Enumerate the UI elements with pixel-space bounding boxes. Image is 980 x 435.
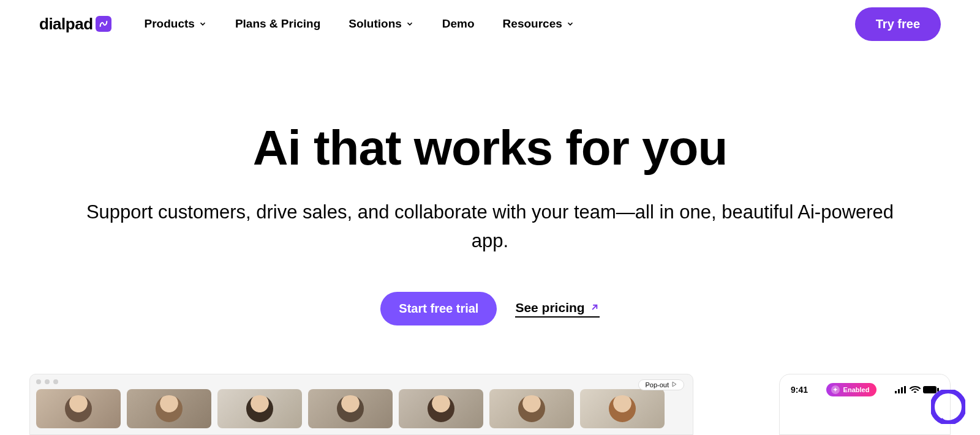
nav-item-resources[interactable]: Resources bbox=[503, 17, 575, 31]
see-pricing-label: See pricing bbox=[515, 300, 584, 315]
avatar-icon bbox=[609, 395, 636, 422]
product-preview: Pop-out 9:41 ✦ Enabled bbox=[0, 374, 980, 435]
hero-cta-row: Start free trial See pricing bbox=[37, 292, 943, 325]
site-header: dialpad Products Plans & Pricing Solutio… bbox=[0, 0, 980, 37]
svg-point-6 bbox=[932, 391, 964, 423]
avatar-icon bbox=[246, 395, 273, 422]
video-tile[interactable] bbox=[36, 389, 121, 428]
nav-label: Products bbox=[145, 17, 195, 31]
avatar-icon bbox=[337, 395, 364, 422]
primary-nav: Products Plans & Pricing Solutions Demo … bbox=[145, 17, 575, 31]
chevron-down-icon bbox=[198, 20, 207, 28]
try-free-button[interactable]: Try free bbox=[855, 7, 941, 41]
svg-rect-0 bbox=[895, 391, 897, 393]
nav-label: Resources bbox=[503, 17, 562, 31]
hero-headline: Ai that works for you bbox=[37, 122, 943, 174]
svg-rect-2 bbox=[901, 387, 903, 393]
chat-bubble-icon bbox=[931, 390, 965, 424]
nav-label: Plans & Pricing bbox=[235, 17, 320, 31]
chat-launcher-button[interactable] bbox=[931, 390, 965, 424]
video-tile[interactable] bbox=[217, 389, 302, 428]
video-tile[interactable] bbox=[580, 389, 665, 428]
avatar-icon bbox=[428, 395, 454, 422]
avatar-icon bbox=[156, 395, 183, 422]
nav-item-demo[interactable]: Demo bbox=[442, 17, 475, 31]
ai-badge-icon: ✦ bbox=[831, 385, 840, 394]
video-tile[interactable] bbox=[127, 389, 211, 428]
video-tile[interactable] bbox=[489, 389, 574, 428]
wifi-icon bbox=[910, 386, 921, 393]
video-tile[interactable] bbox=[308, 389, 393, 428]
hero-section: Ai that works for you Support customers,… bbox=[0, 122, 980, 325]
phone-time: 9:41 bbox=[791, 385, 808, 395]
video-tiles bbox=[36, 389, 687, 428]
ai-enabled-pill[interactable]: ✦ Enabled bbox=[826, 383, 877, 396]
chevron-down-icon bbox=[405, 20, 414, 28]
arrow-up-right-icon bbox=[590, 300, 600, 315]
enabled-label: Enabled bbox=[843, 386, 870, 393]
nav-label: Solutions bbox=[349, 17, 402, 31]
video-tile[interactable] bbox=[399, 389, 483, 428]
nav-item-products[interactable]: Products bbox=[145, 17, 207, 31]
desktop-mockup: Pop-out bbox=[29, 374, 693, 435]
popout-label: Pop-out bbox=[645, 381, 669, 389]
signal-icon bbox=[895, 386, 907, 393]
nav-item-solutions[interactable]: Solutions bbox=[349, 17, 414, 31]
see-pricing-link[interactable]: See pricing bbox=[515, 300, 599, 318]
window-traffic-lights-icon bbox=[36, 379, 687, 384]
brand-mark-icon bbox=[96, 16, 111, 32]
brand-logo[interactable]: dialpad bbox=[39, 15, 111, 34]
brand-name: dialpad bbox=[39, 15, 93, 34]
hero-subhead: Support customers, drive sales, and coll… bbox=[74, 198, 907, 255]
popout-icon bbox=[671, 381, 677, 389]
nav-label: Demo bbox=[442, 17, 475, 31]
start-free-trial-button[interactable]: Start free trial bbox=[380, 292, 497, 325]
phone-status-bar: 9:41 ✦ Enabled bbox=[791, 383, 939, 396]
avatar-icon bbox=[65, 395, 92, 422]
avatar-icon bbox=[518, 395, 545, 422]
chevron-down-icon bbox=[566, 20, 575, 28]
phone-mockup: 9:41 ✦ Enabled bbox=[779, 374, 951, 435]
svg-rect-3 bbox=[904, 386, 906, 393]
svg-rect-1 bbox=[898, 389, 900, 393]
popout-button[interactable]: Pop-out bbox=[638, 379, 684, 390]
nav-item-plans-pricing[interactable]: Plans & Pricing bbox=[235, 17, 320, 31]
